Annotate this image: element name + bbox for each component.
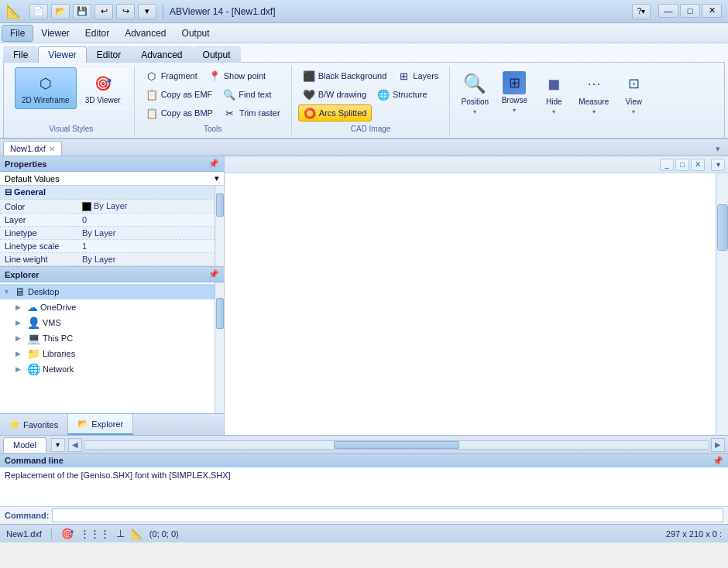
btn-copy-emf[interactable]: 📋 Copy as EMF — [141, 86, 218, 103]
btn-view[interactable]: ⊡ View ▾ — [615, 67, 652, 119]
status-track-icon[interactable]: 📐 — [131, 528, 143, 539]
section-collapse-icon[interactable]: ⊟ — [5, 187, 12, 197]
btn-2d-wireframe[interactable]: ⬡ 2D Wireframe — [15, 67, 77, 109]
btn-browse[interactable]: ⊞ Browse ▾ — [496, 67, 533, 118]
position-dropdown-arrow[interactable]: ▾ — [473, 108, 476, 115]
h-scroll-thumb[interactable] — [334, 441, 458, 449]
model-tab-model[interactable]: Model — [3, 437, 46, 453]
tree-item-onedrive[interactable]: ▶ ☁ OneDrive — [0, 299, 224, 315]
tab-nav-arrow[interactable]: ▾ — [711, 142, 725, 156]
prop-lineweight-name: Line weight — [0, 253, 77, 266]
h-scroll-left[interactable]: ◀ — [68, 438, 82, 452]
properties-scroll-thumb[interactable] — [216, 193, 224, 217]
command-line-pin[interactable]: 📌 — [713, 456, 723, 466]
btn-bw-drawing[interactable]: 🖤 B/W drawing — [298, 86, 371, 103]
h-scroll-track[interactable] — [84, 440, 709, 450]
tree-item-desktop[interactable]: ▼ 🖥 Desktop — [0, 284, 224, 299]
btn-fragment-label: Fragment — [161, 71, 197, 80]
properties-table: ⊟ General Color By Layer Layer 0 — [0, 186, 224, 266]
hide-dropdown-arrow[interactable]: ▾ — [552, 108, 555, 115]
properties-scrollbar[interactable] — [215, 186, 224, 266]
properties-panel: Properties 📌 Default Values ▾ ⊟ General — [0, 156, 224, 267]
doc-tab-new1[interactable]: New1.dxf ✕ — [3, 141, 62, 156]
minimize-button[interactable]: — — [658, 4, 678, 18]
btn-copy-bmp[interactable]: 📋 Copy as BMP — [141, 104, 218, 121]
ribbon-tab-file[interactable]: File — [3, 46, 38, 63]
btn-arcs-splitted[interactable]: ⭕ Arcs Splitted — [298, 104, 373, 121]
tree-item-libraries[interactable]: ▶ 📁 Libraries — [0, 346, 224, 361]
status-grid-icon[interactable]: ⋮⋮⋮ — [80, 528, 110, 539]
status-snap-icon[interactable]: 🎯 — [61, 528, 74, 539]
ribbon-tab-output[interactable]: Output — [193, 46, 241, 63]
qa-undo[interactable]: ↩ — [94, 4, 113, 19]
ribbon-tab-editor[interactable]: Editor — [87, 46, 131, 63]
status-coords: (0; 0; 0) — [149, 529, 179, 539]
menu-file[interactable]: File — [2, 25, 33, 42]
btn-trim-raster[interactable]: ✂ Trim raster — [219, 104, 285, 121]
tab-favorites[interactable]: ⭐ Favorites — [0, 414, 68, 435]
canvas-tb-min[interactable]: _ — [660, 159, 674, 171]
maximize-button[interactable]: □ — [680, 4, 700, 18]
qa-dropdown[interactable]: ▾ — [138, 4, 156, 19]
btn-layers[interactable]: ⊞ Layers — [393, 67, 443, 84]
prop-linetype-value: By Layer — [77, 227, 224, 240]
tree-item-thispc[interactable]: ▶ 💻 This PC — [0, 330, 224, 346]
status-ortho-icon[interactable]: ⊥ — [116, 528, 125, 539]
explorer-header: Explorer 📌 — [0, 267, 224, 282]
chevron-onedrive: ▶ — [15, 303, 25, 311]
show-point-icon: 📍 — [208, 70, 221, 82]
v-scroll-thumb[interactable] — [717, 204, 728, 251]
btn-measure[interactable]: ⋯ Measure ▾ — [575, 67, 613, 119]
close-button[interactable]: ✕ — [702, 4, 722, 18]
properties-title: Properties — [5, 159, 46, 169]
tree-label-desktop: Desktop — [28, 287, 219, 296]
ribbon-tab-advanced[interactable]: Advanced — [131, 46, 192, 63]
view-tools-buttons: 🔍 Position ▾ ⊞ Browse ▾ ◼ Hide ▾ ⋯ Measu… — [456, 67, 652, 119]
view-dropdown-arrow[interactable]: ▾ — [632, 108, 635, 115]
btn-2d-wireframe-label: 2D Wireframe — [22, 96, 70, 104]
chevron-libraries: ▶ — [15, 350, 25, 358]
canvas-content[interactable] — [225, 173, 728, 435]
canvas-tb-close[interactable]: ✕ — [691, 159, 705, 171]
btn-black-bg[interactable]: ⬛ Black Background — [298, 67, 392, 84]
canvas-tb-restore[interactable]: □ — [675, 159, 689, 171]
btn-position[interactable]: 🔍 Position ▾ — [456, 67, 493, 119]
canvas-tb-expand[interactable]: ▾ — [711, 159, 725, 171]
btn-structure[interactable]: 🌐 Structure — [373, 86, 432, 103]
tree-item-network[interactable]: ▶ 🌐 Network — [0, 361, 224, 377]
h-scroll-container: ◀ ▶ — [68, 438, 725, 452]
btn-hide[interactable]: ◼ Hide ▾ — [535, 67, 572, 119]
explorer-scroll-thumb[interactable] — [216, 298, 224, 329]
model-nav-btn[interactable]: ▾ — [51, 438, 65, 452]
menu-editor[interactable]: Editor — [77, 26, 117, 41]
browse-dropdown-arrow[interactable]: ▾ — [513, 107, 516, 114]
btn-3d-viewer[interactable]: 🎯 3D Viewer — [78, 67, 128, 109]
doc-tab-close[interactable]: ✕ — [49, 145, 55, 153]
btn-fragment[interactable]: ⬡ Fragment — [141, 67, 202, 84]
prop-lt-scale-name: Linetype scale — [0, 240, 77, 253]
properties-pin[interactable]: 📌 — [208, 159, 219, 169]
explorer-scrollbar[interactable] — [215, 282, 224, 413]
menu-advanced[interactable]: Advanced — [117, 26, 173, 41]
menu-viewer[interactable]: Viewer — [33, 26, 77, 41]
tree-item-vms[interactable]: ▶ 👤 VMS — [0, 315, 224, 330]
btn-show-point[interactable]: 📍 Show point — [204, 67, 270, 84]
tab-explorer[interactable]: 📂 Explorer — [68, 414, 133, 435]
h-scroll-right[interactable]: ▶ — [711, 438, 725, 452]
measure-dropdown-arrow[interactable]: ▾ — [592, 108, 596, 115]
qa-save[interactable]: 💾 — [73, 4, 91, 19]
copy-bmp-icon: 📋 — [146, 107, 158, 119]
help-dropdown[interactable]: ?▾ — [632, 4, 651, 19]
properties-dropdown[interactable]: Default Values ▾ — [0, 172, 224, 186]
explorer-pin[interactable]: 📌 — [208, 269, 219, 279]
qa-open[interactable]: 📂 — [51, 4, 70, 19]
menu-output[interactable]: Output — [174, 26, 218, 41]
qa-new[interactable]: 📄 — [29, 4, 48, 19]
canvas-scrollbar-v[interactable] — [716, 173, 728, 435]
command-input[interactable] — [52, 508, 723, 522]
ribbon-tab-viewer[interactable]: Viewer — [38, 46, 86, 63]
qa-redo[interactable]: ↪ — [116, 4, 135, 19]
chevron-desktop: ▼ — [3, 288, 12, 296]
btn-find-text[interactable]: 🔍 Find text — [218, 86, 276, 103]
tree-label-libraries: Libraries — [43, 349, 219, 358]
